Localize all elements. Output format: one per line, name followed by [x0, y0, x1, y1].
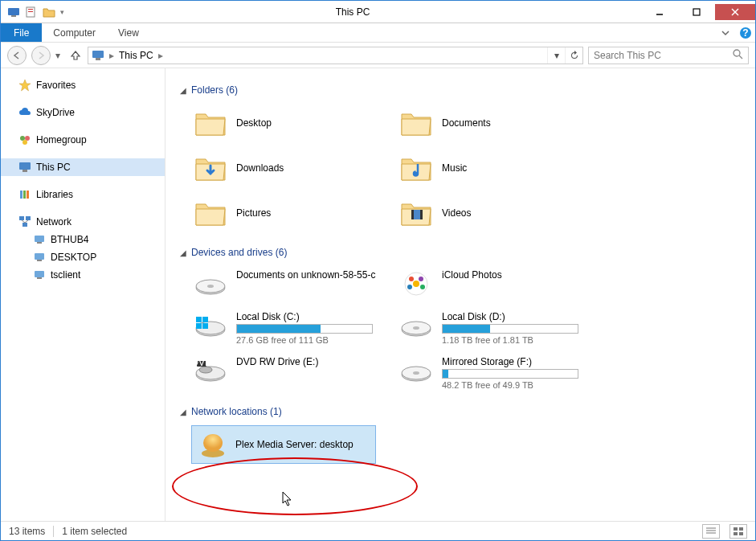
view-icons-button[interactable]	[729, 524, 747, 539]
forward-button[interactable]	[31, 46, 51, 65]
svg-point-45	[420, 285, 425, 289]
svg-point-34	[414, 172, 418, 176]
svg-point-43	[409, 277, 414, 281]
folder-label: Pictures	[236, 207, 271, 219]
file-tab[interactable]: File	[1, 23, 42, 42]
nav-favorites[interactable]: Favorites	[1, 76, 165, 94]
qat-properties-icon[interactable]	[25, 6, 38, 18]
folder-item[interactable]: Desktop	[191, 104, 384, 142]
svg-rect-70	[739, 527, 743, 531]
netloc-grid: Plex Media Server: desktop	[191, 425, 741, 464]
nav-network-child[interactable]: DESKTOP	[1, 248, 165, 266]
status-item-count: 13 items	[9, 526, 45, 537]
address-bar[interactable]: ▸ This PC ▸ ▾	[88, 47, 583, 64]
folder-label: Music	[442, 162, 467, 174]
drive-item[interactable]: Local Disk (C:)27.6 GB free of 111 GB	[191, 308, 384, 346]
svg-rect-33	[37, 277, 42, 279]
drive-label: Local Disk (D:)	[442, 311, 588, 322]
drive-item[interactable]: Local Disk (D:)1.18 TB free of 1.81 TB	[397, 308, 590, 346]
folder-item[interactable]: Music	[397, 149, 590, 187]
window-controls	[641, 4, 755, 20]
minimize-button[interactable]	[641, 4, 678, 20]
svg-rect-18	[19, 162, 31, 170]
netloc-item[interactable]: Plex Media Server: desktop	[191, 425, 376, 464]
svg-text:?: ?	[742, 27, 748, 39]
nav-label: SkyDrive	[36, 107, 75, 118]
svg-rect-50	[202, 317, 208, 322]
svg-rect-32	[35, 271, 44, 277]
nav-homegroup[interactable]: Homegroup	[1, 131, 165, 149]
nav-network-child[interactable]: tsclient	[1, 266, 165, 284]
svg-point-63	[413, 371, 419, 375]
svg-rect-19	[22, 170, 27, 172]
folder-item[interactable]: Documents	[397, 104, 590, 142]
nav-skydrive[interactable]: SkyDrive	[1, 104, 165, 121]
window-title: This PC	[64, 6, 641, 18]
folder-item[interactable]: Pictures	[191, 194, 384, 232]
svg-rect-49	[196, 317, 202, 322]
tab-label: Computer	[53, 27, 96, 39]
breadcrumb-sep[interactable]: ▸	[157, 50, 165, 61]
drive-item[interactable]: iCloud Photos	[397, 266, 590, 301]
close-button[interactable]	[715, 4, 755, 20]
status-selected: 1 item selected	[62, 526, 127, 537]
svg-rect-20	[20, 191, 22, 199]
capacity-bar	[442, 324, 578, 334]
status-divider	[53, 526, 54, 537]
svg-rect-4	[28, 11, 33, 12]
nav-libraries[interactable]: Libraries	[1, 186, 165, 203]
qat-newfolder-icon[interactable]	[43, 6, 55, 18]
section-title: Devices and drives (6)	[191, 247, 287, 258]
drive-free: 1.18 TB free of 1.81 TB	[442, 335, 588, 345]
address-dropdown-icon[interactable]: ▾	[547, 47, 565, 64]
status-bar: 13 items 1 item selected	[1, 521, 755, 540]
svg-rect-30	[35, 253, 44, 260]
breadcrumb-sep[interactable]: ▸	[108, 50, 116, 61]
up-button[interactable]	[68, 48, 83, 63]
svg-point-40	[207, 285, 214, 288]
media-server-icon	[198, 430, 227, 459]
maximize-button[interactable]	[678, 4, 715, 20]
pc-icon	[92, 50, 104, 61]
nav-thispc[interactable]: This PC	[1, 158, 165, 176]
drive-item[interactable]: Mirrored Storage (F:)48.2 TB free of 49.…	[397, 353, 590, 391]
breadcrumb[interactable]: This PC	[116, 50, 157, 61]
cloud-icon	[18, 106, 31, 119]
tab-view[interactable]: View	[107, 23, 150, 42]
section-drives[interactable]: ◢ Devices and drives (6)	[180, 247, 741, 258]
nav-label: DESKTOP	[51, 252, 96, 263]
svg-point-17	[22, 140, 27, 145]
svg-point-55	[413, 326, 419, 330]
drive-item[interactable]: Documents on unknown-58-55-c	[191, 266, 384, 301]
disclose-icon: ◢	[180, 248, 186, 257]
tab-computer[interactable]: Computer	[42, 23, 107, 42]
section-folders[interactable]: ◢ Folders (6)	[180, 84, 741, 96]
section-netloc[interactable]: ◢ Network locations (1)	[180, 406, 741, 417]
quick-access-toolbar: ▾	[1, 6, 64, 18]
svg-point-16	[25, 136, 30, 141]
folder-item[interactable]: Downloads	[191, 149, 384, 187]
drive-label: DVD RW Drive (E:)	[236, 356, 382, 367]
nav-network-child[interactable]: BTHUB4	[1, 231, 165, 248]
svg-rect-3	[28, 9, 33, 10]
ribbon-expand-icon[interactable]	[715, 23, 736, 42]
svg-rect-72	[739, 532, 743, 535]
help-button[interactable]: ?	[736, 23, 755, 42]
drive-icon	[398, 355, 434, 387]
svg-point-46	[407, 285, 412, 289]
drive-icon	[398, 268, 434, 300]
refresh-button[interactable]	[565, 47, 582, 64]
back-button[interactable]	[7, 46, 27, 65]
folder-item[interactable]: Videos	[397, 194, 590, 232]
view-details-button[interactable]	[702, 524, 720, 539]
search-box[interactable]: Search This PC	[588, 47, 749, 64]
history-dropdown-icon[interactable]: ▾	[55, 50, 63, 61]
annotation-ellipse	[172, 457, 418, 515]
drive-item[interactable]: DVDDVD RW Drive (E:)	[191, 353, 384, 391]
search-placeholder: Search This PC	[594, 50, 661, 61]
disclose-icon: ◢	[180, 86, 186, 95]
nav-network[interactable]: Network	[1, 213, 165, 231]
disclose-icon: ◢	[180, 408, 186, 416]
folder-icon	[398, 107, 434, 139]
svg-point-44	[419, 277, 423, 281]
